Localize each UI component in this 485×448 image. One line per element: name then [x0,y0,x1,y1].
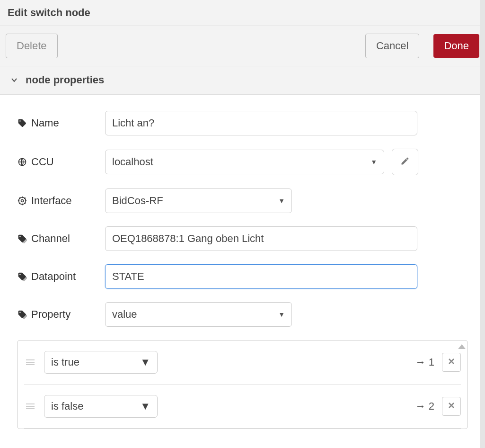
rule-operator-select[interactable]: is false ▼ [44,395,158,418]
rules-list: is true ▼ → 1 is false ▼ → 2 [17,340,468,429]
panel-title: Edit switch node [0,0,485,26]
dropdown-caret-icon: ▼ [370,158,377,166]
row-channel: Channel OEQ1868878:1 Gang oben Licht [17,226,468,251]
row-interface: Interface BidCos-RF ▼ [17,188,468,213]
row-datapoint: Datapoint [17,264,468,289]
section-label: node properties [26,74,104,86]
done-button[interactable]: Done [433,34,479,58]
rule-output-indicator: → 2 [415,400,434,412]
label-name: Name [17,117,105,129]
form-content: Name Licht an? CCU localhost ▼ [0,95,485,429]
drag-handle-icon[interactable] [24,403,36,409]
label-interface: Interface [17,195,105,207]
cancel-button[interactable]: Cancel [365,34,419,58]
rule-operator-select[interactable]: is true ▼ [44,351,158,374]
tags-icon [17,271,27,282]
globe-icon [17,157,27,167]
rule-output-indicator: → 1 [415,356,434,368]
dropdown-caret-icon: ▼ [278,197,285,205]
property-select[interactable]: value ▼ [105,302,292,327]
remove-rule-button[interactable] [442,353,461,372]
row-property: Property value ▼ [17,302,468,327]
interface-select[interactable]: BidCos-RF ▼ [105,188,292,213]
label-ccu: CCU [17,156,105,168]
chevron-down-icon [9,77,19,83]
delete-button[interactable]: Delete [6,34,58,58]
scrollbar-track[interactable] [480,0,485,429]
section-node-properties[interactable]: node properties [0,66,485,94]
ccu-select[interactable]: localhost ▼ [105,150,384,174]
row-name: Name Licht an? [17,111,468,135]
close-icon [448,358,455,367]
tags-icon [17,309,27,320]
datapoint-input[interactable] [105,264,417,289]
editor-panel: Edit switch node Delete Cancel Done node… [0,0,485,95]
svg-point-2 [21,200,24,202]
row-ccu: CCU localhost ▼ [17,149,468,175]
tags-icon [17,233,27,244]
pencil-icon [400,156,410,168]
label-channel: Channel [17,233,105,245]
tag-icon [17,118,27,128]
channel-input[interactable]: OEQ1868878:1 Gang oben Licht [105,226,417,251]
action-bar: Delete Cancel Done [0,26,485,66]
edit-ccu-button[interactable] [392,149,418,175]
dropdown-caret-icon: ▼ [140,356,150,368]
datapoint-input-field[interactable] [112,270,410,283]
cog-icon [17,196,27,206]
label-datapoint: Datapoint [17,270,105,283]
dropdown-caret-icon: ▼ [140,400,150,412]
remove-rule-button[interactable] [442,397,461,416]
rule-row: is true ▼ → 1 [24,340,461,385]
drag-handle-icon[interactable] [24,359,36,365]
rule-row: is false ▼ → 2 [24,385,461,429]
label-property: Property [17,308,105,321]
close-icon [448,402,455,411]
name-input[interactable]: Licht an? [105,111,417,135]
dropdown-caret-icon: ▼ [278,311,285,318]
scroll-up-icon[interactable] [458,344,466,349]
